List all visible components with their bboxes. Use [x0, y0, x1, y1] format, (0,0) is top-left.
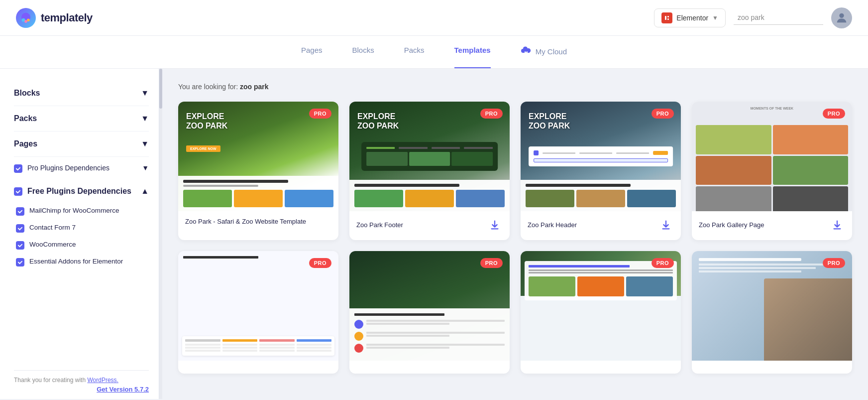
tab-templates[interactable]: Templates	[454, 36, 491, 68]
ticket-text-1	[366, 320, 505, 329]
ticket-line-1b	[366, 323, 449, 325]
cell-8	[297, 347, 332, 349]
chevron-down-icon: ▼	[712, 14, 718, 21]
thumb-header-overlay-3	[529, 146, 673, 166]
thumb-hero-text-3: EXPLOREZOO PARK	[529, 112, 570, 131]
thumb-grid-small-2	[366, 152, 493, 166]
logo-icon	[16, 8, 36, 28]
svg-point-3	[27, 18, 30, 21]
thumb-table-row-1	[185, 344, 331, 346]
thumb-nav-item	[366, 147, 395, 149]
col-silver	[185, 339, 220, 342]
template-thumb-5: PRO	[178, 251, 338, 361]
cell-2	[222, 344, 258, 346]
template-info-6	[349, 361, 510, 374]
cell-5	[185, 347, 220, 349]
get-version-link[interactable]: Get Version 5.7.2	[14, 386, 149, 393]
template-thumb-1: EXPLOREZOO PARK EXPLORE NOW PRO	[178, 102, 338, 211]
ticket-line-1a	[366, 320, 505, 322]
builder-selector[interactable]: Elementor ▼	[654, 8, 726, 27]
event-line-2	[529, 272, 673, 273]
download-button-2[interactable]	[487, 217, 503, 233]
ticket-row-3	[354, 344, 505, 353]
woocommerce-checkbox[interactable]	[16, 241, 24, 250]
download-button-3[interactable]	[658, 217, 674, 233]
avatar[interactable]	[831, 7, 852, 28]
pro-plugins-filter[interactable]: Pro Plugins Dependencies ▼	[14, 157, 149, 180]
thumb-grid-cell-2	[409, 152, 450, 166]
template-card-2[interactable]: EXPLOREZOO PARK	[349, 102, 510, 240]
family-line-1	[699, 264, 831, 266]
scrollbar-thumb[interactable]	[159, 69, 162, 109]
free-plugins-checkbox[interactable]	[14, 187, 22, 196]
sidebar-filters: Blocks ▼ Packs ▼ Pages ▼ Pro Plugins Dep…	[14, 81, 149, 370]
download-button-4[interactable]	[829, 217, 845, 233]
template-info-2: Zoo Park Footer	[349, 211, 510, 240]
sidebar-item-packs[interactable]: Packs ▼	[14, 106, 149, 132]
essential-addons-label: Essential Addons for Elementor	[29, 258, 123, 265]
search-result-label: You are looking for: zoo park	[178, 83, 852, 91]
ticket-line-3a	[366, 344, 505, 346]
thumb-mini-img-c	[456, 190, 505, 207]
pro-plugins-checkbox[interactable]	[14, 164, 22, 173]
pro-badge-2: PRO	[480, 109, 503, 119]
footer-text: Thank you for creating with	[14, 377, 86, 384]
ticket-text-3	[366, 344, 505, 353]
thumb-mini-img-3a	[526, 190, 574, 207]
sidebar-sub-woocommerce[interactable]: WooCommerce	[14, 237, 149, 254]
thumb-table-row-2	[185, 347, 331, 349]
thumb-nav-overlay-2	[361, 142, 498, 171]
template-info-5	[178, 361, 338, 374]
thumb-content-3	[521, 180, 681, 211]
template-card-5[interactable]: PRO	[178, 251, 338, 374]
search-display: zoo park	[734, 10, 823, 25]
family-line-2	[699, 267, 816, 269]
pro-plugins-label: Pro Plugins Dependencies	[27, 164, 109, 172]
cell-6	[222, 347, 258, 349]
thumb-nav-item-3	[432, 147, 460, 149]
template-card-1[interactable]: EXPLOREZOO PARK EXPLORE NOW PRO Z	[178, 102, 338, 240]
thumb-mini-img-1	[183, 190, 232, 207]
sidebar-sub-mailchimp[interactable]: MailChimp for WooCommerce	[14, 203, 149, 220]
sidebar-item-pages[interactable]: Pages ▼	[14, 132, 149, 157]
template-info-7	[521, 361, 681, 374]
free-plugins-filter[interactable]: Free Plugins Dependencies ▲	[14, 180, 149, 203]
cf7-checkbox[interactable]	[16, 224, 24, 233]
template-card-6[interactable]: PRO	[349, 251, 510, 374]
thumb-header-nav-3	[534, 150, 668, 155]
template-info-1: Zoo Park - Safari & Zoo Website Template	[178, 211, 338, 233]
template-card-4[interactable]: MOMENTS OF THE WEEK PRO Zoo Park Gallery…	[692, 102, 852, 240]
gallery-cell-2	[773, 125, 849, 154]
header-right: Elementor ▼ zoo park	[654, 7, 852, 28]
sidebar-item-blocks[interactable]: Blocks ▼	[14, 81, 149, 106]
tab-blocks[interactable]: Blocks	[352, 36, 374, 68]
tab-my-cloud[interactable]: My Cloud	[521, 36, 567, 68]
pro-badge-7: PRO	[651, 258, 674, 268]
essential-addons-checkbox[interactable]	[16, 258, 24, 267]
col-orange	[259, 339, 295, 342]
sidebar-divider	[159, 69, 162, 399]
main-layout: Blocks ▼ Packs ▼ Pages ▼ Pro Plugins Dep…	[0, 69, 868, 399]
tab-pages[interactable]: Pages	[301, 36, 323, 68]
sidebar-sub-essential-addons[interactable]: Essential Addons for Elementor	[14, 254, 149, 270]
template-card-7[interactable]: PRO	[521, 251, 681, 374]
thumb-header-cta	[653, 151, 668, 155]
ticket-row-2	[354, 332, 505, 341]
thumb-gallery	[692, 110, 852, 211]
mailchimp-checkbox[interactable]	[16, 207, 24, 216]
template-thumb-2: EXPLOREZOO PARK	[349, 102, 510, 211]
chevron-down-icon: ▼	[141, 89, 149, 98]
ticket-line-2b	[366, 335, 449, 337]
thumb-table-header	[185, 339, 331, 342]
template-card-8[interactable]: PRO	[692, 251, 852, 374]
thumb-hero-text-1: EXPLOREZOO PARK	[186, 112, 227, 131]
svg-point-8	[839, 13, 844, 17]
event-img-2	[577, 276, 624, 296]
template-card-3[interactable]: EXPLOREZOO PARK	[521, 102, 681, 240]
event-img-1	[529, 276, 575, 296]
logo-area: templately	[16, 8, 93, 28]
template-info-4: Zoo Park Gallery Page	[692, 211, 852, 240]
sidebar-sub-cf7[interactable]: Contact Form 7	[14, 220, 149, 237]
wordpress-link[interactable]: WordPress.	[87, 377, 118, 384]
tab-packs[interactable]: Packs	[404, 36, 425, 68]
